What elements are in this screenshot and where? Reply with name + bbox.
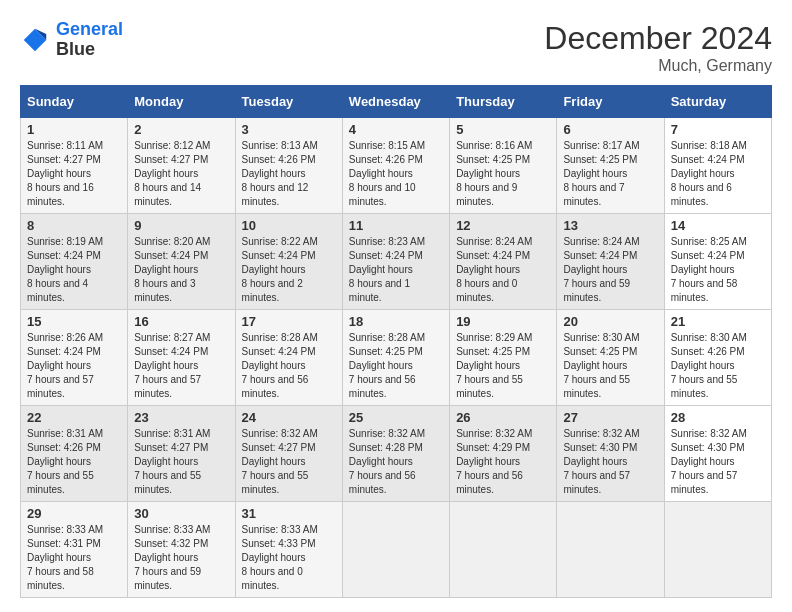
day-number: 29	[27, 506, 121, 521]
day-number: 13	[563, 218, 657, 233]
day-number: 31	[242, 506, 336, 521]
calendar-cell: 17 Sunrise: 8:28 AM Sunset: 4:24 PM Dayl…	[235, 310, 342, 406]
day-number: 25	[349, 410, 443, 425]
calendar-cell: 21 Sunrise: 8:30 AM Sunset: 4:26 PM Dayl…	[664, 310, 771, 406]
calendar-cell: 13 Sunrise: 8:24 AM Sunset: 4:24 PM Dayl…	[557, 214, 664, 310]
calendar-cell: 7 Sunrise: 8:18 AM Sunset: 4:24 PM Dayli…	[664, 118, 771, 214]
day-number: 27	[563, 410, 657, 425]
calendar-cell: 27 Sunrise: 8:32 AM Sunset: 4:30 PM Dayl…	[557, 406, 664, 502]
day-info: Sunrise: 8:28 AM Sunset: 4:25 PM Dayligh…	[349, 331, 443, 401]
calendar-cell: 5 Sunrise: 8:16 AM Sunset: 4:25 PM Dayli…	[450, 118, 557, 214]
day-info: Sunrise: 8:27 AM Sunset: 4:24 PM Dayligh…	[134, 331, 228, 401]
calendar-cell: 29 Sunrise: 8:33 AM Sunset: 4:31 PM Dayl…	[21, 502, 128, 598]
calendar-cell: 19 Sunrise: 8:29 AM Sunset: 4:25 PM Dayl…	[450, 310, 557, 406]
day-number: 14	[671, 218, 765, 233]
day-info: Sunrise: 8:32 AM Sunset: 4:30 PM Dayligh…	[563, 427, 657, 497]
day-number: 11	[349, 218, 443, 233]
day-info: Sunrise: 8:12 AM Sunset: 4:27 PM Dayligh…	[134, 139, 228, 209]
day-number: 16	[134, 314, 228, 329]
title-block: December 2024 Much, Germany	[544, 20, 772, 75]
calendar-cell: 12 Sunrise: 8:24 AM Sunset: 4:24 PM Dayl…	[450, 214, 557, 310]
day-number: 21	[671, 314, 765, 329]
calendar-week-5: 29 Sunrise: 8:33 AM Sunset: 4:31 PM Dayl…	[21, 502, 772, 598]
day-number: 7	[671, 122, 765, 137]
day-info: Sunrise: 8:32 AM Sunset: 4:28 PM Dayligh…	[349, 427, 443, 497]
day-info: Sunrise: 8:31 AM Sunset: 4:26 PM Dayligh…	[27, 427, 121, 497]
calendar-table: SundayMondayTuesdayWednesdayThursdayFrid…	[20, 85, 772, 598]
page-header: General Blue December 2024 Much, Germany	[20, 20, 772, 75]
day-info: Sunrise: 8:31 AM Sunset: 4:27 PM Dayligh…	[134, 427, 228, 497]
day-header-tuesday: Tuesday	[235, 86, 342, 118]
page-subtitle: Much, Germany	[544, 57, 772, 75]
day-number: 5	[456, 122, 550, 137]
day-number: 20	[563, 314, 657, 329]
logo-text: General Blue	[56, 20, 123, 60]
day-header-wednesday: Wednesday	[342, 86, 449, 118]
day-number: 23	[134, 410, 228, 425]
day-number: 24	[242, 410, 336, 425]
page-title: December 2024	[544, 20, 772, 57]
day-info: Sunrise: 8:33 AM Sunset: 4:33 PM Dayligh…	[242, 523, 336, 593]
day-info: Sunrise: 8:32 AM Sunset: 4:29 PM Dayligh…	[456, 427, 550, 497]
day-info: Sunrise: 8:22 AM Sunset: 4:24 PM Dayligh…	[242, 235, 336, 305]
day-info: Sunrise: 8:30 AM Sunset: 4:25 PM Dayligh…	[563, 331, 657, 401]
day-header-friday: Friday	[557, 86, 664, 118]
day-info: Sunrise: 8:28 AM Sunset: 4:24 PM Dayligh…	[242, 331, 336, 401]
day-info: Sunrise: 8:16 AM Sunset: 4:25 PM Dayligh…	[456, 139, 550, 209]
day-info: Sunrise: 8:33 AM Sunset: 4:31 PM Dayligh…	[27, 523, 121, 593]
day-number: 26	[456, 410, 550, 425]
calendar-cell: 16 Sunrise: 8:27 AM Sunset: 4:24 PM Dayl…	[128, 310, 235, 406]
calendar-week-1: 1 Sunrise: 8:11 AM Sunset: 4:27 PM Dayli…	[21, 118, 772, 214]
day-number: 1	[27, 122, 121, 137]
calendar-cell	[664, 502, 771, 598]
day-info: Sunrise: 8:24 AM Sunset: 4:24 PM Dayligh…	[563, 235, 657, 305]
day-number: 8	[27, 218, 121, 233]
day-number: 15	[27, 314, 121, 329]
logo-icon	[20, 25, 50, 55]
calendar-cell	[342, 502, 449, 598]
day-number: 10	[242, 218, 336, 233]
day-number: 28	[671, 410, 765, 425]
calendar-cell: 24 Sunrise: 8:32 AM Sunset: 4:27 PM Dayl…	[235, 406, 342, 502]
calendar-cell: 11 Sunrise: 8:23 AM Sunset: 4:24 PM Dayl…	[342, 214, 449, 310]
day-header-thursday: Thursday	[450, 86, 557, 118]
calendar-week-4: 22 Sunrise: 8:31 AM Sunset: 4:26 PM Dayl…	[21, 406, 772, 502]
day-header-monday: Monday	[128, 86, 235, 118]
calendar-cell: 15 Sunrise: 8:26 AM Sunset: 4:24 PM Dayl…	[21, 310, 128, 406]
day-header-saturday: Saturday	[664, 86, 771, 118]
day-number: 17	[242, 314, 336, 329]
calendar-cell: 25 Sunrise: 8:32 AM Sunset: 4:28 PM Dayl…	[342, 406, 449, 502]
calendar-cell: 23 Sunrise: 8:31 AM Sunset: 4:27 PM Dayl…	[128, 406, 235, 502]
calendar-cell: 6 Sunrise: 8:17 AM Sunset: 4:25 PM Dayli…	[557, 118, 664, 214]
day-number: 18	[349, 314, 443, 329]
day-info: Sunrise: 8:15 AM Sunset: 4:26 PM Dayligh…	[349, 139, 443, 209]
calendar-cell: 28 Sunrise: 8:32 AM Sunset: 4:30 PM Dayl…	[664, 406, 771, 502]
day-info: Sunrise: 8:25 AM Sunset: 4:24 PM Dayligh…	[671, 235, 765, 305]
calendar-cell: 2 Sunrise: 8:12 AM Sunset: 4:27 PM Dayli…	[128, 118, 235, 214]
calendar-cell: 30 Sunrise: 8:33 AM Sunset: 4:32 PM Dayl…	[128, 502, 235, 598]
day-number: 3	[242, 122, 336, 137]
day-info: Sunrise: 8:17 AM Sunset: 4:25 PM Dayligh…	[563, 139, 657, 209]
calendar-week-2: 8 Sunrise: 8:19 AM Sunset: 4:24 PM Dayli…	[21, 214, 772, 310]
day-info: Sunrise: 8:33 AM Sunset: 4:32 PM Dayligh…	[134, 523, 228, 593]
calendar-cell	[557, 502, 664, 598]
day-info: Sunrise: 8:24 AM Sunset: 4:24 PM Dayligh…	[456, 235, 550, 305]
day-info: Sunrise: 8:13 AM Sunset: 4:26 PM Dayligh…	[242, 139, 336, 209]
calendar-cell: 20 Sunrise: 8:30 AM Sunset: 4:25 PM Dayl…	[557, 310, 664, 406]
day-number: 4	[349, 122, 443, 137]
calendar-header: SundayMondayTuesdayWednesdayThursdayFrid…	[21, 86, 772, 118]
calendar-cell: 1 Sunrise: 8:11 AM Sunset: 4:27 PM Dayli…	[21, 118, 128, 214]
calendar-cell	[450, 502, 557, 598]
calendar-cell: 22 Sunrise: 8:31 AM Sunset: 4:26 PM Dayl…	[21, 406, 128, 502]
calendar-cell: 31 Sunrise: 8:33 AM Sunset: 4:33 PM Dayl…	[235, 502, 342, 598]
calendar-cell: 4 Sunrise: 8:15 AM Sunset: 4:26 PM Dayli…	[342, 118, 449, 214]
calendar-cell: 18 Sunrise: 8:28 AM Sunset: 4:25 PM Dayl…	[342, 310, 449, 406]
calendar-cell: 9 Sunrise: 8:20 AM Sunset: 4:24 PM Dayli…	[128, 214, 235, 310]
day-number: 30	[134, 506, 228, 521]
day-info: Sunrise: 8:32 AM Sunset: 4:30 PM Dayligh…	[671, 427, 765, 497]
logo: General Blue	[20, 20, 123, 60]
day-info: Sunrise: 8:23 AM Sunset: 4:24 PM Dayligh…	[349, 235, 443, 305]
calendar-week-3: 15 Sunrise: 8:26 AM Sunset: 4:24 PM Dayl…	[21, 310, 772, 406]
calendar-cell: 26 Sunrise: 8:32 AM Sunset: 4:29 PM Dayl…	[450, 406, 557, 502]
day-info: Sunrise: 8:20 AM Sunset: 4:24 PM Dayligh…	[134, 235, 228, 305]
